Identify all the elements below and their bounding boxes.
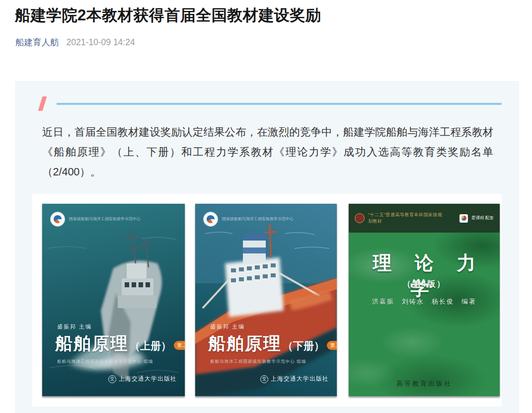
warship-illustration [42, 204, 185, 396]
series-title: “十二五”普通高等教育本科国家级规划教材 [368, 212, 443, 225]
series-emblem-icon [355, 213, 365, 223]
publisher-row: 交 上海交通大学出版社 [108, 375, 177, 383]
cover-editor: 盛振邦 主编 [210, 323, 245, 330]
slash-decoration-icon [38, 96, 47, 111]
edition-badge: 第二版 [327, 341, 337, 350]
article-meta: 船建育人舫 2021-10-09 14:24 [15, 36, 135, 48]
course-logo-icon [459, 214, 468, 223]
divider-line [57, 103, 502, 105]
cover-title-row: 船舶原理（下册）第二版 [208, 332, 337, 355]
cover-logo-caption: 国家级船舶与海洋工程实验教学示范中心 [222, 217, 297, 222]
cover-subtitle: 船舶与海洋工程国家级实验教学示范中心 组编 [210, 359, 306, 365]
cover-volume: （下册） [283, 339, 324, 353]
publish-timestamp: 2021-10-09 14:24 [67, 37, 135, 48]
tanker-illustration [195, 204, 337, 396]
cover-header: 国家级船舶与海洋工程实验教学示范中心 [203, 212, 297, 227]
publisher-row: 交 上海交通大学出版社 [260, 375, 329, 383]
publisher-seal-icon: 交 [108, 375, 116, 383]
cover-subtitle: 船舶与海洋工程国家级实验教学示范中心 组编 [57, 359, 153, 365]
edition-badge: 第二版 [174, 341, 185, 350]
cover-volume: （上册） [130, 339, 171, 353]
center-swirl-logo-icon [203, 212, 218, 227]
books-figure-image[interactable]: 国家级船舶与海洋工程实验教学示范中心 盛振邦 主编 船舶原理（上册）第二版 船舶… [32, 194, 502, 407]
cover-title: 理 论 力 学 [349, 250, 500, 301]
book-cover-theoretical-mechanics: “十二五”普通高等教育本科国家级规划教材 爱课程 配套 理 论 力 学 （第4版… [349, 204, 500, 396]
page-title: 船建学院2本教材获得首届全国教材建设奖励 [15, 5, 517, 26]
publisher-name: 上海交通大学出版社 [271, 375, 329, 383]
cover-header: 国家级船舶与海洋工程实验教学示范中心 [50, 212, 144, 227]
article-page: 船建学院2本教材获得首届全国教材建设奖励 船建育人舫 2021-10-09 14… [0, 0, 532, 413]
book-cover-shipbuilding-vol1: 国家级船舶与海洋工程实验教学示范中心 盛振邦 主编 船舶原理（上册）第二版 船舶… [42, 204, 185, 396]
cover-authors: 洪嘉振 刘铸永 杨长俊 编著 [349, 297, 500, 306]
course-caption: 爱课程 配套 [471, 215, 494, 221]
book-cover-shipbuilding-vol2: 国家级船舶与海洋工程实验教学示范中心 盛振邦 主编 船舶原理（下册）第二版 船舶… [195, 204, 337, 396]
publisher-name: 上海交通大学出版社 [119, 375, 177, 383]
cover-title: 船舶原理 [208, 332, 282, 355]
cover-title-row: 船舶原理（上册）第二版 [55, 332, 185, 355]
article-paragraph: 近日，首届全国教材建设奖励认定结果公布，在激烈的竞争中，船建学院船舶与海洋工程系… [42, 122, 493, 182]
publisher-name: 高等教育出版社 [349, 379, 500, 388]
content-card: 近日，首届全国教材建设奖励认定结果公布，在激烈的竞争中，船建学院船舶与海洋工程系… [15, 81, 519, 413]
publisher-seal-icon: 交 [260, 375, 268, 383]
cover-top-band: “十二五”普通高等教育本科国家级规划教材 爱课程 配套 [349, 204, 500, 233]
cover-title: 船舶原理 [55, 332, 129, 355]
cover-edition: （第4版） [349, 278, 500, 290]
center-swirl-logo-icon [50, 212, 65, 227]
account-link[interactable]: 船建育人舫 [15, 36, 59, 48]
cover-editor: 盛振邦 主编 [57, 323, 92, 330]
cover-logo-caption: 国家级船舶与海洋工程实验教学示范中心 [69, 217, 144, 222]
